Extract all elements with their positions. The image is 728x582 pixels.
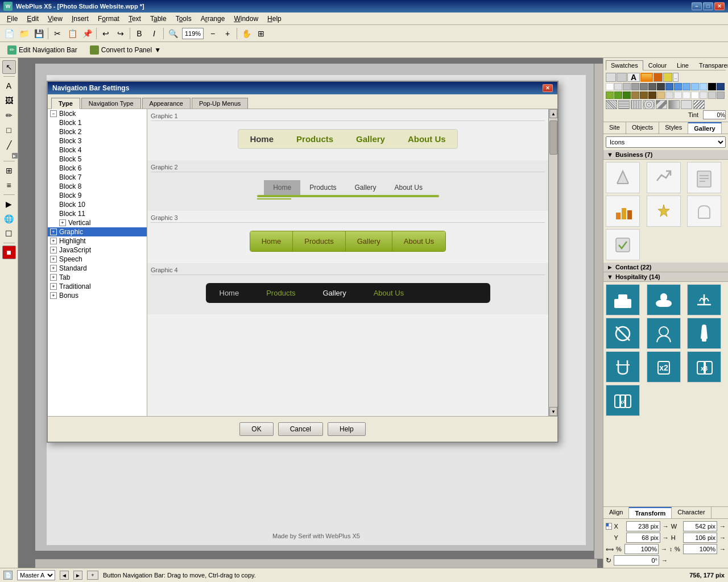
nav4-aboutus[interactable]: About Us bbox=[360, 283, 417, 303]
texture-4[interactable] bbox=[643, 100, 655, 109]
shape-tool[interactable]: □ bbox=[2, 123, 16, 137]
bold-button[interactable]: B bbox=[133, 27, 146, 40]
nav3-aboutus[interactable]: About Us bbox=[392, 231, 445, 251]
tree-traditional[interactable]: + Traditional bbox=[48, 282, 147, 291]
category-contact[interactable]: ► Contact (22) bbox=[603, 263, 728, 272]
draw-tool[interactable]: ✏ bbox=[2, 109, 16, 122]
expand-btn[interactable]: ► bbox=[12, 153, 18, 159]
scale-y-input[interactable] bbox=[683, 544, 717, 554]
no-color-swatch[interactable] bbox=[606, 73, 616, 82]
tree-bonus[interactable]: + Bonus bbox=[48, 291, 147, 300]
scroll-down-arrow[interactable]: ▼ bbox=[549, 407, 557, 416]
menu-view[interactable]: View bbox=[43, 14, 67, 24]
nav1-home[interactable]: Home bbox=[238, 130, 285, 148]
swatch-brown1[interactable] bbox=[631, 92, 639, 99]
block-toggle[interactable]: − bbox=[50, 110, 57, 117]
accent-swatch-1[interactable] bbox=[653, 73, 663, 82]
graphics-scrollbar[interactable]: ▲ ▼ bbox=[548, 109, 557, 416]
nav4-products[interactable]: Products bbox=[253, 283, 309, 303]
swatch-lgray1[interactable] bbox=[614, 83, 622, 90]
swatch-green2[interactable] bbox=[614, 92, 622, 99]
nav-style-2[interactable]: Home Products Gallery About Us bbox=[257, 180, 439, 199]
business-icon-4[interactable] bbox=[606, 196, 640, 227]
copy-button[interactable]: 📋 bbox=[65, 27, 79, 40]
y-input[interactable] bbox=[626, 533, 660, 543]
menu-insert[interactable]: Insert bbox=[67, 14, 93, 24]
nav3-home[interactable]: Home bbox=[250, 231, 293, 251]
tree-block-3[interactable]: Block 3 bbox=[48, 136, 147, 146]
line-tab[interactable]: Line bbox=[672, 60, 694, 70]
scale-x-input[interactable] bbox=[624, 544, 659, 554]
business-icon-7[interactable] bbox=[606, 229, 640, 260]
tab-styles[interactable]: Styles bbox=[659, 122, 688, 134]
tree-block-2[interactable]: Block 2 bbox=[48, 127, 147, 136]
grid-button[interactable]: ⊞ bbox=[254, 27, 268, 40]
scroll-thumb[interactable] bbox=[549, 120, 557, 155]
tree-graphic[interactable]: + Graphic bbox=[48, 227, 147, 236]
tree-tab[interactable]: + Tab bbox=[48, 273, 147, 282]
nav2-home[interactable]: Home bbox=[264, 180, 300, 195]
select-tool[interactable]: ↖ bbox=[2, 60, 16, 74]
menu-edit[interactable]: Edit bbox=[22, 14, 43, 24]
tree-block-10[interactable]: Block 10 bbox=[48, 200, 147, 209]
dialog-close-button[interactable]: ✕ bbox=[543, 84, 553, 92]
more-colors[interactable]: .. bbox=[673, 73, 679, 82]
page-selector[interactable]: Master A bbox=[17, 570, 55, 580]
texture-8[interactable] bbox=[693, 100, 705, 109]
swatch-brown2[interactable] bbox=[640, 92, 648, 99]
new-button[interactable]: 📄 bbox=[2, 27, 16, 40]
menu-help[interactable]: Help bbox=[263, 14, 286, 24]
nav4-home[interactable]: Home bbox=[206, 283, 253, 303]
tab-transform[interactable]: Transform bbox=[629, 507, 672, 518]
swatches-tab[interactable]: Swatches bbox=[606, 60, 643, 70]
transparency-tab[interactable]: Transparency bbox=[694, 60, 728, 70]
text-color-swatch[interactable]: A bbox=[627, 73, 640, 82]
swatch-blue3[interactable] bbox=[682, 83, 690, 90]
speech-toggle[interactable]: + bbox=[50, 256, 57, 263]
swatch-gray1[interactable] bbox=[631, 83, 639, 90]
texture-6[interactable] bbox=[668, 100, 680, 109]
zoom-out-button[interactable]: 🔍 bbox=[166, 27, 180, 40]
tree-javascript[interactable]: + JavaScript bbox=[48, 246, 147, 255]
tree-block-7[interactable]: Block 7 bbox=[48, 173, 147, 182]
swatch-blue2[interactable] bbox=[674, 83, 682, 90]
nav-style-3[interactable]: Home Products Gallery About Us bbox=[250, 231, 446, 252]
paste-button[interactable]: 📌 bbox=[80, 27, 94, 40]
page-add-button[interactable]: + bbox=[87, 571, 98, 580]
italic-button[interactable]: I bbox=[147, 27, 161, 40]
form-tool[interactable]: ☐ bbox=[2, 227, 16, 240]
tree-block-1[interactable]: Block 1 bbox=[48, 118, 147, 127]
nav1-aboutus[interactable]: About Us bbox=[396, 130, 457, 148]
hosp-icon-4[interactable] bbox=[606, 318, 640, 349]
business-icon-1[interactable] bbox=[606, 162, 640, 193]
hosp-icon-5[interactable] bbox=[647, 318, 681, 349]
swatch-dblue[interactable] bbox=[717, 83, 725, 90]
tab-popup-menus[interactable]: Pop-Up Menus bbox=[192, 98, 248, 109]
tree-vertical[interactable]: + Vertical bbox=[48, 218, 147, 227]
swatch-gray2[interactable] bbox=[640, 83, 648, 90]
nav3-products[interactable]: Products bbox=[293, 231, 345, 251]
tree-block-8[interactable]: Block 8 bbox=[48, 182, 147, 191]
swatch-dgray2[interactable] bbox=[657, 83, 665, 90]
accent-swatch-2[interactable] bbox=[663, 73, 672, 82]
ok-button[interactable]: OK bbox=[239, 422, 273, 436]
help-button[interactable]: Help bbox=[328, 422, 366, 436]
line-tool[interactable]: ╱ bbox=[2, 138, 16, 152]
tab-objects[interactable]: Objects bbox=[626, 122, 659, 134]
business-icon-6[interactable] bbox=[687, 196, 721, 227]
menu-arrange[interactable]: Arrange bbox=[196, 14, 230, 24]
bonus-toggle[interactable]: + bbox=[50, 292, 57, 299]
swatch-blue4[interactable] bbox=[691, 83, 699, 90]
tab-align[interactable]: Align bbox=[603, 507, 629, 518]
w-input[interactable] bbox=[683, 521, 717, 531]
texture-2[interactable] bbox=[618, 100, 630, 109]
tree-block-4[interactable]: Block 4 bbox=[48, 146, 147, 155]
maximize-button[interactable]: □ bbox=[703, 2, 713, 10]
zoom-plus[interactable]: + bbox=[221, 27, 234, 40]
minimize-button[interactable]: − bbox=[692, 2, 702, 10]
menu-file[interactable]: File bbox=[2, 14, 22, 24]
swatch-green3[interactable] bbox=[623, 92, 631, 99]
nav2-products[interactable]: Products bbox=[300, 181, 345, 194]
save-button[interactable]: 💾 bbox=[32, 27, 46, 40]
menu-text[interactable]: Text bbox=[124, 14, 146, 24]
